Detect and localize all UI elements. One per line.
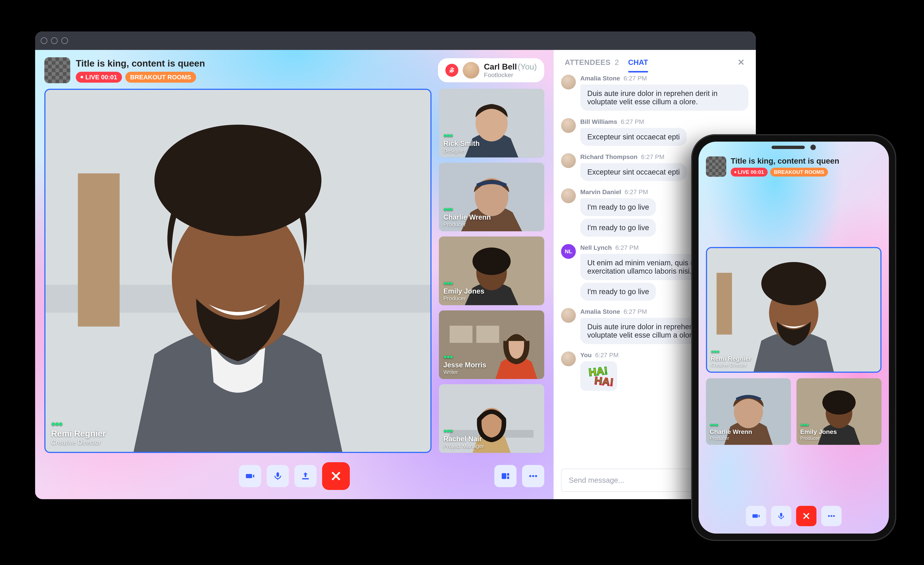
- svg-point-28: [529, 475, 531, 477]
- mobile-video-tile[interactable]: ●●●Charlie WrennProducer: [706, 378, 791, 445]
- chat-time: 6:27 PM: [621, 118, 644, 125]
- svg-point-6: [154, 125, 321, 236]
- desktop-window: Title is king, content is queen LIVE 00:…: [35, 32, 756, 499]
- room-thumbnail: [44, 57, 70, 83]
- mic-toggle-button[interactable]: [267, 465, 289, 487]
- tile-role: Producer: [443, 295, 484, 302]
- end-call-button[interactable]: [322, 462, 350, 490]
- tile-name: Remi Regnier: [51, 428, 106, 439]
- chat-bubble: Excepteur sint occaecat epti: [580, 128, 687, 146]
- phone-camera: [810, 144, 816, 150]
- window-minimize-dot[interactable]: [51, 38, 58, 44]
- window-zoom-dot[interactable]: [62, 38, 68, 44]
- mobile-room-title: Title is king, content is queen: [731, 156, 839, 165]
- chat-author: You: [580, 352, 592, 359]
- tile-role: Project Manager: [443, 443, 484, 449]
- mobile-video-tile-main[interactable]: ●●●Remi RegnierCreative Director: [706, 247, 882, 373]
- svg-point-13: [472, 248, 511, 275]
- svg-rect-4: [78, 173, 120, 326]
- close-sidebar-button[interactable]: ✕: [738, 57, 745, 67]
- speaking-indicator-icon: ●●●: [443, 279, 484, 287]
- tile-role: Producer: [443, 221, 491, 228]
- mic-muted-icon[interactable]: [446, 64, 458, 77]
- chat-avatar: [561, 153, 576, 168]
- tab-chat[interactable]: CHAT: [628, 58, 648, 66]
- svg-rect-40: [780, 513, 782, 517]
- self-avatar: [463, 62, 479, 78]
- video-tile[interactable]: ●●●Rachel NairProject Manager: [439, 384, 544, 453]
- chat-bubble: I'm ready to go live: [580, 198, 656, 216]
- self-you-suffix: (You): [518, 62, 537, 71]
- mobile-video-tile[interactable]: ●●●Emily JonesProducer: [796, 378, 882, 445]
- svg-rect-27: [507, 476, 509, 479]
- mobile-more-button[interactable]: [821, 506, 842, 526]
- svg-rect-15: [450, 326, 472, 343]
- video-stage: Title is king, content is queen LIVE 00:…: [35, 50, 554, 499]
- tile-role: Creative Director: [51, 439, 106, 446]
- tab-attendees[interactable]: ATTENDEES 2: [565, 58, 619, 66]
- video-tile[interactable]: ●●●Rick SmithDesigner: [439, 89, 544, 158]
- chat-avatar: [561, 188, 576, 203]
- tile-role: Designer: [443, 147, 480, 154]
- mobile-mic-button[interactable]: [771, 506, 791, 526]
- chat-author: Bill Williams: [580, 118, 617, 125]
- svg-rect-32: [717, 273, 732, 335]
- camera-toggle-button[interactable]: [239, 465, 261, 487]
- mobile-breakout-badge[interactable]: BREAKOUT ROOMS: [770, 168, 828, 177]
- svg-rect-25: [502, 473, 506, 479]
- svg-rect-21: [276, 472, 279, 477]
- speaking-indicator-icon: ●●●: [51, 419, 106, 428]
- more-options-button[interactable]: [522, 465, 544, 487]
- tile-name: Rachel Nair: [443, 435, 484, 443]
- video-tile[interactable]: ●●●Emily JonesProducer: [439, 236, 544, 305]
- chat-message: Amalia Stone 6:27 PMDuis aute irure dolo…: [561, 75, 748, 111]
- phone-speaker: [771, 146, 805, 149]
- chat-avatar: [561, 118, 576, 133]
- breakout-badge[interactable]: BREAKOUT ROOMS: [125, 72, 196, 83]
- chat-bubble: I'm ready to go live: [580, 219, 656, 237]
- share-screen-button[interactable]: [294, 465, 316, 487]
- window-titlebar: [35, 32, 756, 50]
- chat-time: 6:27 PM: [624, 75, 647, 82]
- tile-name: Jesse Morris: [443, 361, 486, 369]
- chat-author: Amalia Stone: [580, 75, 620, 82]
- chat-author: Amalia Stone: [580, 308, 620, 315]
- svg-point-39: [822, 390, 856, 415]
- speaking-indicator-icon: ●●●: [443, 132, 480, 139]
- svg-point-29: [532, 475, 534, 477]
- mobile-camera-button[interactable]: [746, 506, 766, 526]
- self-chip[interactable]: Carl Bell (You) Footlocker: [438, 58, 544, 82]
- chat-time: 6:27 PM: [625, 188, 648, 195]
- video-tile[interactable]: ●●●Jesse MorrisWriter: [439, 310, 544, 379]
- chat-time: 6:27 PM: [641, 153, 664, 160]
- layout-button[interactable]: [494, 465, 516, 487]
- svg-point-45: [833, 515, 835, 517]
- mobile-room-thumbnail: [706, 156, 726, 177]
- attendee-count: 2: [615, 58, 619, 66]
- video-tile-main[interactable]: ●●● Remi Regnier Creative Director: [44, 89, 432, 453]
- window-close-dot[interactable]: [40, 38, 47, 44]
- self-subtitle: Footlocker: [484, 71, 537, 78]
- svg-rect-16: [476, 326, 499, 343]
- room-title: Title is king, content is queen: [76, 58, 432, 69]
- live-label: LIVE 00:01: [86, 74, 117, 81]
- chat-avatar: [561, 75, 576, 90]
- chat-time: 6:27 PM: [595, 352, 619, 359]
- chat-bubble: Duis aute irure dolor in reprehen derit …: [580, 84, 748, 111]
- chat-author: Nell Lynch: [580, 244, 612, 251]
- self-name: Carl Bell: [484, 62, 517, 71]
- tile-role: Writer: [443, 369, 486, 375]
- chat-author: Richard Thompson: [580, 153, 638, 160]
- svg-rect-26: [507, 473, 509, 476]
- speaking-indicator-icon: ●●●: [443, 353, 486, 360]
- speaking-indicator-icon: ●●●: [443, 427, 484, 434]
- svg-point-43: [828, 515, 830, 517]
- video-tile[interactable]: ●●●Charlie WrennProducer: [439, 163, 544, 231]
- tile-name: Rick Smith: [443, 140, 480, 147]
- svg-rect-22: [302, 478, 309, 479]
- svg-point-34: [761, 262, 826, 305]
- chat-avatar: [561, 308, 576, 323]
- tile-name: Emily Jones: [443, 287, 484, 295]
- chat-avatar: NL: [561, 244, 576, 259]
- mobile-end-call-button[interactable]: [796, 506, 816, 526]
